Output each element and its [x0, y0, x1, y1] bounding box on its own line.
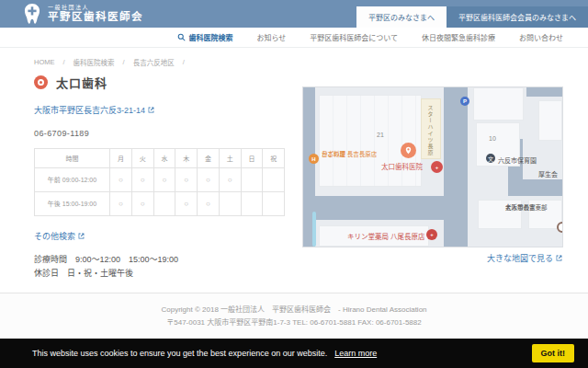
clinic-map-marker-icon[interactable]	[401, 143, 416, 158]
nav-menu: 歯科医院検索お知らせ平野区歯科医師会について休日夜間緊急歯科診療お問い合わせ	[0, 28, 588, 48]
school-icon[interactable]: 文	[486, 154, 495, 163]
schedule-mark-cell	[241, 168, 263, 192]
map-stream	[312, 212, 316, 247]
schedule-mark-cell: ○	[175, 168, 198, 192]
logo-text: 一般社団法人 平野区歯科医師会	[48, 5, 143, 23]
other-search-text: その他検索	[34, 230, 75, 242]
nav-item-label: 平野区歯科医師会について	[310, 32, 398, 42]
schedule-col-header: 日	[241, 149, 263, 168]
schedule-mark-cell: ○	[153, 168, 175, 192]
schedule-col-header: 金	[198, 149, 220, 168]
external-link-icon	[556, 255, 562, 261]
location-pin-icon	[34, 75, 48, 89]
breadcrumb-separator: /	[63, 58, 65, 66]
schedule-mark-cell	[241, 192, 263, 216]
address-text: 大阪市平野区長吉六反3-21-14	[34, 104, 145, 116]
site-header: 一般社団法人 平野区歯科医師会 平野区のみなさまへ 平野区歯科医師会会員のみなさ…	[0, 0, 588, 28]
nav-item-label: お知らせ	[256, 32, 286, 42]
nursery-label: 六反市保育園	[498, 155, 537, 165]
breadcrumb-item-2[interactable]: 長吉六反地区	[133, 57, 175, 67]
schedule-mark-cell: ○	[131, 192, 153, 216]
clinic-poi-icon[interactable]: +	[431, 161, 443, 173]
breadcrumb-item-1[interactable]: 歯科医院検索	[74, 57, 115, 67]
schedule-mark-cell: ○	[198, 192, 220, 216]
map-canvas[interactable]: スターハイツ長原 21 10 P H かごの屋 長吉長原店 日本料理 + 太口歯…	[303, 87, 562, 247]
map-building-block	[538, 100, 562, 141]
breadcrumb-separator: /	[183, 58, 185, 66]
nav-item-label: 休日夜間緊急歯科診療	[422, 32, 495, 42]
org-name-label: 平野区歯科医師会	[48, 11, 143, 23]
site-logo[interactable]: 一般社団法人 平野区歯科医師会	[22, 3, 143, 25]
schedule-row-label: 午後 15:00-19:00	[35, 192, 110, 216]
map-road-vertical-main	[444, 87, 468, 247]
table-row: 午後 15:00-19:00○○○○	[35, 192, 285, 216]
parking-icon[interactable]: P	[460, 97, 469, 106]
kosei-label: 厚生会	[538, 169, 558, 178]
larger-map-text: 大きな地図で見る	[487, 252, 553, 264]
map-block-number: 10	[489, 135, 496, 142]
schedule-mark-cell: ○	[110, 192, 132, 216]
schedule-mark-cell: ○	[175, 192, 198, 216]
external-link-icon	[148, 107, 154, 113]
map-road-right-horizontal	[508, 179, 562, 196]
star-heights-label: スターハイツ長原	[426, 105, 435, 156]
closed-days: 休診日 日・祝・土曜午後	[34, 267, 588, 281]
nav-item-4[interactable]: お問い合わせ	[507, 32, 575, 42]
other-search-link[interactable]: その他検索	[34, 230, 85, 242]
nav-item-label: 歯科医院検索	[188, 32, 232, 42]
schedule-mark-cell	[263, 192, 285, 216]
schedule-mark-cell	[219, 192, 241, 216]
page: { "header": { "org_type": "一般社団法人", "org…	[0, 0, 588, 368]
nav-item-3[interactable]: 休日夜間緊急歯科診療	[410, 32, 507, 42]
schedule-mark-cell	[263, 168, 285, 192]
cookie-message: This website uses cookies to ensure you …	[32, 349, 327, 358]
map-poi-icon[interactable]	[557, 222, 562, 233]
schedule-row-label: 午前 09:00-12:00	[35, 168, 110, 192]
larger-map-link[interactable]: 大きな地図で見る	[487, 252, 562, 264]
org-type-label: 一般社団法人	[48, 5, 143, 11]
nav-item-label: お問い合わせ	[519, 32, 563, 42]
schedule-mark-cell: ○	[110, 168, 132, 192]
audience-tabs: 平野区のみなさまへ 平野区歯科医師会会員のみなさまへ	[356, 6, 588, 28]
breadcrumb: HOME/歯科医院検索/長吉六反地区/	[34, 57, 588, 67]
map-link-row: 大きな地図で見る	[303, 252, 562, 264]
got-it-button[interactable]: Got it!	[532, 344, 575, 362]
cookie-banner: This website uses cookies to ensure you …	[0, 339, 588, 368]
address-link[interactable]: 大阪市平野区長吉六反3-21-14	[34, 104, 154, 116]
copyright-line: Copyright © 2018 一般社団法人 平野区歯科医師会 - Hiran…	[0, 304, 588, 316]
schedule-col-header: 時間	[35, 149, 110, 168]
external-link-icon	[78, 233, 85, 239]
schedule-table: 時間月火水木金土日祝 午前 09:00-12:00○○○○○○午後 15:00-…	[34, 148, 285, 216]
search-icon	[177, 33, 186, 41]
map-building-block	[319, 95, 422, 187]
schedule-col-header: 火	[131, 149, 153, 168]
site-footer: Copyright © 2018 一般社団法人 平野区歯科医師会 - Hiran…	[0, 293, 588, 342]
schedule-table-body: 午前 09:00-12:00○○○○○○午後 15:00-19:00○○○○	[35, 168, 285, 216]
nav-item-1[interactable]: お知らせ	[244, 32, 298, 42]
map-pin-glyph	[404, 146, 413, 155]
schedule-col-header: 祝	[263, 149, 285, 168]
schedule-table-head: 時間月火水木金土日祝	[35, 149, 285, 168]
nav-item-0[interactable]: 歯科医院検索	[165, 32, 244, 42]
schedule-mark-cell: ○	[131, 168, 153, 192]
map-column: スターハイツ長原 21 10 P H かごの屋 長吉長原店 日本料理 + 太口歯…	[303, 87, 562, 264]
restaurant-icon[interactable]: H	[309, 154, 319, 164]
table-row: 午前 09:00-12:00○○○○○○	[35, 168, 285, 192]
map-block-number: 21	[377, 132, 384, 138]
pharmacy-icon[interactable]: +	[426, 229, 437, 240]
tab-members[interactable]: 平野区歯科医師会会員のみなさまへ	[447, 6, 588, 28]
schedule-col-header: 土	[219, 149, 241, 168]
schedule-col-header: 木	[175, 149, 198, 168]
pharmacy-label: キリン堂薬局 八尾長原店	[347, 231, 425, 241]
tab-residents[interactable]: 平野区のみなさまへ	[356, 6, 447, 28]
nav-item-2[interactable]: 平野区歯科医師会について	[298, 32, 410, 42]
schedule-mark-cell: ○	[219, 168, 241, 192]
breadcrumb-item-0[interactable]: HOME	[34, 58, 55, 66]
breadcrumb-separator: /	[123, 58, 125, 66]
tooth-logo-icon	[22, 3, 42, 25]
page-title: 太口歯科	[56, 74, 107, 91]
map-building-star-heights: スターハイツ長原	[421, 98, 441, 159]
clinic-map-label: 太口歯科医院	[381, 161, 423, 171]
map-building-block	[473, 87, 524, 121]
learn-more-link[interactable]: Learn more	[334, 349, 377, 358]
